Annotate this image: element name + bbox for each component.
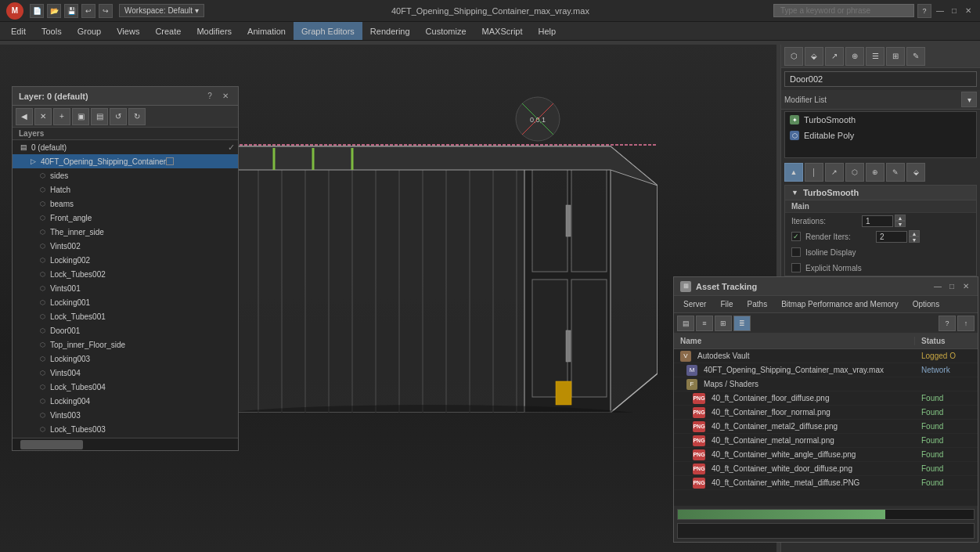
asset-rows[interactable]: VAutodesk VaultLogged OM40FT_Opening_Shi… [674, 349, 978, 506]
ts-render-iters-spinner[interactable]: ▲ ▼ [909, 230, 920, 243]
new-file-icon[interactable]: 📄 [30, 4, 44, 18]
layer-item[interactable]: ⬡Lock_Tubes001 [13, 309, 238, 323]
ts-iterations-spinner[interactable]: ▲ ▼ [895, 215, 906, 227]
asset-row[interactable]: PNG40_ft_Container_metal2_diffuse.pngFou… [674, 420, 978, 434]
layer-scrollbar-thumb[interactable] [20, 440, 83, 449]
layer-item[interactable]: ⬡Locking004 [13, 394, 238, 408]
tab-5[interactable]: ⊕ [866, 163, 885, 182]
menu-edit[interactable]: Edit [3, 22, 34, 40]
asset-tb-help[interactable]: ? [939, 316, 956, 331]
tab-2[interactable]: │ [805, 163, 823, 182]
modifier-entry-editablepoly[interactable]: ⬡ Editable Poly [785, 128, 976, 143]
rp-btn-1[interactable]: ⬡ [784, 47, 803, 66]
layer-item[interactable]: ⬡Top_inner_Floor_side [13, 337, 238, 352]
asset-close-button[interactable]: ✕ [960, 281, 971, 292]
layer-item[interactable]: ⬡Vints004 [13, 366, 238, 380]
layer-item[interactable]: ⬡sides [13, 168, 238, 182]
layer-item[interactable]: ▷40FT_Opening_Shipping_Container [13, 154, 238, 168]
layer-item[interactable]: ⬡Door001 [13, 323, 238, 337]
asset-row[interactable]: FMaps / Shaders [674, 377, 978, 391]
menu-tools[interactable]: Tools [34, 22, 70, 40]
viewport-navigation-widget[interactable]: 0,0,1 [514, 96, 561, 143]
menu-help[interactable]: Help [531, 22, 564, 40]
asset-row[interactable]: PNG40_ft_Container_floor_diffuse.pngFoun… [674, 391, 978, 406]
layer-item[interactable]: ⬡The_inner_side [13, 225, 238, 239]
minimize-button[interactable]: — [935, 5, 946, 16]
layer-item[interactable]: ⬡Lock_Tubes003 [13, 422, 238, 436]
layer-item[interactable]: ⬡Vints001 [13, 281, 238, 295]
search-input[interactable] [773, 4, 914, 17]
asset-minimize-button[interactable]: — [932, 281, 943, 292]
layer-item[interactable]: ⬡Vints003 [13, 408, 238, 422]
asset-menu-bitmap-perf[interactable]: Bitmap Performance and Memory [775, 299, 905, 309]
layer-tool-7[interactable]: ↻ [128, 108, 146, 125]
menu-rendering[interactable]: Rendering [362, 22, 418, 40]
rp-btn-7[interactable]: ✎ [906, 47, 925, 66]
asset-menu-server[interactable]: Server [677, 299, 712, 309]
layer-item[interactable]: ⬡Locking002 [13, 253, 238, 267]
layer-tool-add[interactable]: + [53, 108, 70, 125]
layer-panel-close-button[interactable]: ✕ [219, 90, 232, 103]
rp-btn-2[interactable]: ⬙ [805, 47, 823, 66]
close-button[interactable]: ✕ [963, 5, 974, 16]
layer-item[interactable]: ⬡Front_angle [13, 211, 238, 225]
ts-collapse-arrow[interactable]: ▼ [791, 189, 798, 197]
asset-row[interactable]: PNG40_ft_Container_floor_normal.pngFound [674, 406, 978, 420]
menu-customize[interactable]: Customize [418, 22, 474, 40]
layer-item[interactable]: ⬡Lock_Tubes004 [13, 380, 238, 394]
rp-btn-5[interactable]: ☰ [866, 47, 885, 66]
rp-btn-3[interactable]: ↗ [825, 47, 844, 66]
menu-modifiers[interactable]: Modifiers [189, 22, 240, 40]
layer-tool-delete[interactable]: ✕ [34, 108, 52, 125]
tab-7[interactable]: ⬙ [906, 163, 925, 182]
asset-row[interactable]: PNG40_ft_Container_white_door_diffuse.pn… [674, 462, 978, 476]
menu-animation[interactable]: Animation [240, 22, 294, 40]
layer-item-box[interactable] [166, 157, 174, 165]
ts-iterations-input[interactable] [862, 215, 893, 227]
modifier-dropdown-button[interactable]: ▾ [961, 92, 977, 107]
asset-menu-options[interactable]: Options [906, 299, 946, 309]
menu-group[interactable]: Group [70, 22, 110, 40]
rp-btn-6[interactable]: ⊞ [886, 47, 905, 66]
layer-panel-help-button[interactable]: ? [204, 90, 216, 103]
redo-icon[interactable]: ↪ [99, 4, 113, 18]
layer-item[interactable]: ⬡Lock_Tubes002 [13, 267, 238, 281]
asset-tb-1[interactable]: ▤ [677, 316, 694, 331]
layer-tool-4[interactable]: ▣ [72, 108, 89, 125]
tab-3[interactable]: ↗ [825, 163, 844, 182]
asset-tb-4[interactable]: ≣ [733, 316, 751, 331]
layer-item[interactable]: ⬡Vints002 [13, 239, 238, 253]
asset-row[interactable]: VAutodesk VaultLogged O [674, 349, 978, 363]
asset-maximize-button[interactable]: □ [946, 281, 957, 292]
title-bar-icons[interactable]: 📄 📂 💾 ↩ ↪ [30, 4, 113, 18]
ts-iterations-down[interactable]: ▼ [895, 221, 906, 227]
maximize-button[interactable]: □ [949, 5, 960, 16]
ts-render-iters-down[interactable]: ▼ [909, 236, 920, 243]
layer-item[interactable]: ⬡Locking001 [13, 295, 238, 309]
menu-maxscript[interactable]: MAXScript [474, 22, 531, 40]
modifier-list[interactable]: ✦ TurboSmooth ⬡ Editable Poly [784, 111, 977, 158]
undo-icon[interactable]: ↩ [81, 4, 95, 18]
open-file-icon[interactable]: 📂 [47, 4, 61, 18]
asset-menu-file[interactable]: File [714, 299, 739, 309]
layer-item[interactable]: ▤0 (default)✓ [13, 140, 238, 154]
ts-explicit-checkbox[interactable] [791, 263, 801, 272]
help-icon[interactable]: ? [917, 4, 931, 18]
modifier-entry-turbsmooth[interactable]: ✦ TurboSmooth [785, 112, 976, 128]
menu-create[interactable]: Create [147, 22, 189, 40]
tab-1[interactable]: ▲ [784, 163, 803, 182]
ts-render-iters-checkbox[interactable]: ✓ [791, 232, 801, 241]
layer-item[interactable]: ⬡Hatch [13, 182, 238, 197]
asset-tb-refresh[interactable]: ↑ [957, 316, 975, 331]
menu-graph-editors[interactable]: Graph Editors [294, 22, 362, 40]
ts-render-iters-up[interactable]: ▲ [909, 230, 920, 236]
tab-4[interactable]: ⬡ [845, 163, 864, 182]
tab-6[interactable]: ✎ [886, 163, 905, 182]
rp-btn-4[interactable]: ⊕ [845, 47, 864, 66]
asset-row[interactable]: PNG40_ft_Container_metal_normal.pngFound [674, 434, 978, 448]
layer-list[interactable]: ▤0 (default)✓▷40FT_Opening_Shipping_Cont… [13, 140, 238, 438]
ts-iterations-up[interactable]: ▲ [895, 215, 906, 221]
menu-views[interactable]: Views [109, 22, 147, 40]
asset-row[interactable]: PNG40_ft_Container_white_metal_diffuse.P… [674, 476, 978, 490]
layer-tool-5[interactable]: ▤ [91, 108, 108, 125]
